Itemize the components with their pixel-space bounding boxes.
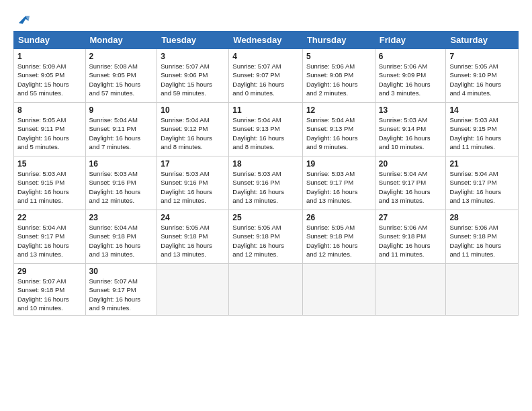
daylight-line2: and 11 minutes.	[379, 250, 443, 259]
calendar-cell: 12 Sunrise: 5:04 AM Sunset: 9:13 PM Dayl…	[302, 103, 375, 156]
daylight-line1: Daylight: 16 hours	[17, 187, 82, 196]
calendar-cell: 9 Sunrise: 5:04 AM Sunset: 9:11 PM Dayli…	[85, 103, 157, 156]
daylight-line1: Daylight: 16 hours	[89, 187, 154, 196]
calendar-cell: 10 Sunrise: 5:04 AM Sunset: 9:12 PM Dayl…	[157, 103, 229, 156]
sunset-line: Sunset: 9:17 PM	[449, 178, 515, 187]
daylight-line2: and 10 minutes.	[379, 142, 443, 151]
sunrise-line: Sunrise: 5:04 AM	[449, 169, 515, 178]
daylight-line2: and 11 minutes.	[17, 196, 82, 205]
calendar-cell: 28 Sunrise: 5:06 AM Sunset: 9:18 PM Dayl…	[446, 210, 519, 264]
day-number: 21	[449, 159, 515, 169]
daylight-line2: and 11 minutes.	[449, 142, 515, 151]
calendar-header-tuesday: Tuesday	[157, 32, 229, 49]
daylight-line2: and 8 minutes.	[161, 142, 225, 151]
calendar-cell: 5 Sunrise: 5:06 AM Sunset: 9:08 PM Dayli…	[302, 49, 375, 103]
day-number: 20	[379, 159, 443, 169]
day-number: 7	[449, 52, 515, 61]
sunrise-line: Sunrise: 5:04 AM	[379, 169, 443, 178]
sunset-line: Sunset: 9:17 PM	[17, 232, 82, 240]
calendar-cell: 22 Sunrise: 5:04 AM Sunset: 9:17 PM Dayl…	[14, 210, 86, 264]
sunrise-line: Sunrise: 5:05 AM	[17, 116, 82, 124]
sunset-line: Sunset: 9:15 PM	[17, 178, 82, 187]
sunset-line: Sunset: 9:11 PM	[89, 124, 154, 133]
calendar-cell: 16 Sunrise: 5:03 AM Sunset: 9:16 PM Dayl…	[85, 156, 157, 210]
sunset-line: Sunset: 9:18 PM	[17, 285, 82, 294]
calendar-cell: 2 Sunrise: 5:08 AM Sunset: 9:05 PM Dayli…	[85, 49, 157, 103]
day-number: 14	[449, 105, 515, 115]
daylight-line2: and 12 minutes.	[161, 196, 225, 205]
day-number: 23	[89, 213, 154, 222]
calendar-cell: 3 Sunrise: 5:07 AM Sunset: 9:06 PM Dayli…	[157, 49, 229, 103]
calendar-week-4: 22 Sunrise: 5:04 AM Sunset: 9:17 PM Dayl…	[14, 210, 519, 264]
day-number: 24	[161, 213, 225, 222]
sunrise-line: Sunrise: 5:04 AM	[306, 116, 371, 124]
calendar-cell: 25 Sunrise: 5:05 AM Sunset: 9:18 PM Dayl…	[229, 210, 303, 264]
daylight-line1: Daylight: 16 hours	[89, 134, 154, 142]
sunrise-line: Sunrise: 5:03 AM	[449, 116, 515, 124]
sunrise-line: Sunrise: 5:04 AM	[89, 223, 154, 232]
calendar-cell	[446, 264, 519, 316]
daylight-line1: Daylight: 15 hours	[89, 80, 154, 89]
day-number: 25	[232, 213, 299, 222]
sunset-line: Sunset: 9:05 PM	[17, 71, 82, 79]
sunset-line: Sunset: 9:18 PM	[232, 232, 299, 240]
daylight-line1: Daylight: 15 hours	[161, 80, 225, 89]
calendar-cell	[375, 264, 446, 316]
calendar-cell	[157, 264, 229, 316]
page: SundayMondayTuesdayWednesdayThursdayFrid…	[0, 0, 532, 322]
calendar-cell: 27 Sunrise: 5:06 AM Sunset: 9:18 PM Dayl…	[375, 210, 446, 264]
calendar-cell: 15 Sunrise: 5:03 AM Sunset: 9:15 PM Dayl…	[14, 156, 86, 210]
day-number: 2	[89, 52, 154, 61]
daylight-line1: Daylight: 16 hours	[89, 241, 154, 250]
sunrise-line: Sunrise: 5:06 AM	[306, 62, 371, 71]
daylight-line2: and 12 minutes.	[89, 196, 154, 205]
sunrise-line: Sunrise: 5:07 AM	[232, 62, 299, 71]
sunrise-line: Sunrise: 5:07 AM	[17, 277, 82, 285]
calendar-cell: 24 Sunrise: 5:05 AM Sunset: 9:18 PM Dayl…	[157, 210, 229, 264]
sunrise-line: Sunrise: 5:06 AM	[379, 62, 443, 71]
sunset-line: Sunset: 9:09 PM	[379, 71, 443, 79]
daylight-line2: and 11 minutes.	[449, 250, 515, 259]
day-number: 11	[232, 105, 299, 115]
calendar-cell: 29 Sunrise: 5:07 AM Sunset: 9:18 PM Dayl…	[14, 264, 86, 316]
calendar: SundayMondayTuesdayWednesdayThursdayFrid…	[13, 31, 519, 316]
day-number: 22	[17, 213, 82, 222]
calendar-header-wednesday: Wednesday	[229, 32, 303, 49]
calendar-cell	[229, 264, 303, 316]
calendar-header-sunday: Sunday	[14, 32, 86, 49]
daylight-line2: and 13 minutes.	[379, 196, 443, 205]
calendar-cell: 19 Sunrise: 5:03 AM Sunset: 9:17 PM Dayl…	[302, 156, 375, 210]
daylight-line1: Daylight: 16 hours	[89, 295, 154, 304]
sunset-line: Sunset: 9:14 PM	[379, 124, 443, 133]
sunset-line: Sunset: 9:18 PM	[89, 232, 154, 240]
day-number: 30	[89, 267, 154, 276]
sunrise-line: Sunrise: 5:04 AM	[161, 116, 225, 124]
calendar-cell: 21 Sunrise: 5:04 AM Sunset: 9:17 PM Dayl…	[446, 156, 519, 210]
daylight-line1: Daylight: 16 hours	[449, 187, 515, 196]
day-number: 18	[232, 159, 299, 169]
calendar-cell: 17 Sunrise: 5:03 AM Sunset: 9:16 PM Dayl…	[157, 156, 229, 210]
logo-icon	[15, 12, 30, 27]
calendar-week-3: 15 Sunrise: 5:03 AM Sunset: 9:15 PM Dayl…	[14, 156, 519, 210]
daylight-line1: Daylight: 16 hours	[306, 241, 371, 250]
sunrise-line: Sunrise: 5:03 AM	[232, 169, 299, 178]
sunrise-line: Sunrise: 5:08 AM	[89, 62, 154, 71]
daylight-line2: and 3 minutes.	[379, 89, 443, 97]
sunset-line: Sunset: 9:18 PM	[449, 232, 515, 240]
sunset-line: Sunset: 9:16 PM	[161, 178, 225, 187]
calendar-cell: 11 Sunrise: 5:04 AM Sunset: 9:13 PM Dayl…	[229, 103, 303, 156]
calendar-cell: 23 Sunrise: 5:04 AM Sunset: 9:18 PM Dayl…	[85, 210, 157, 264]
daylight-line1: Daylight: 16 hours	[17, 134, 82, 142]
day-number: 4	[232, 52, 299, 61]
sunset-line: Sunset: 9:13 PM	[232, 124, 299, 133]
daylight-line1: Daylight: 16 hours	[306, 187, 371, 196]
sunset-line: Sunset: 9:17 PM	[89, 285, 154, 294]
daylight-line2: and 13 minutes.	[89, 250, 154, 259]
day-number: 1	[17, 52, 82, 61]
day-number: 13	[379, 105, 443, 115]
day-number: 17	[161, 159, 225, 169]
sunset-line: Sunset: 9:10 PM	[449, 71, 515, 79]
daylight-line2: and 13 minutes.	[232, 196, 299, 205]
day-number: 15	[17, 159, 82, 169]
sunset-line: Sunset: 9:08 PM	[306, 71, 371, 79]
